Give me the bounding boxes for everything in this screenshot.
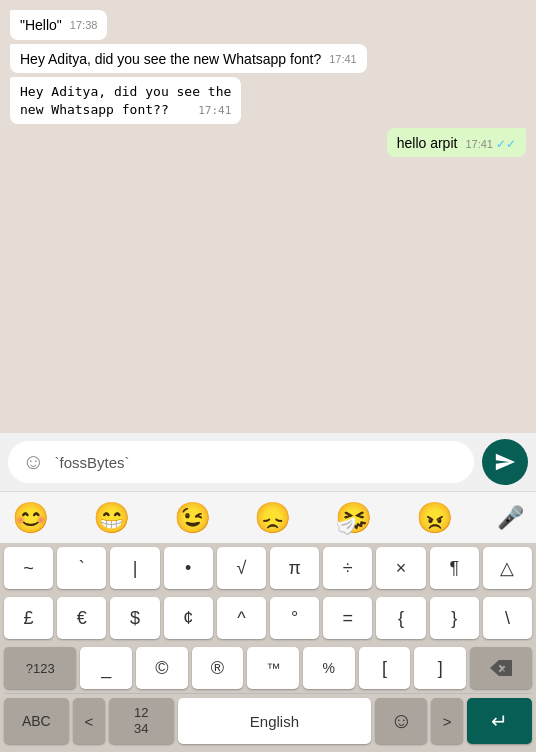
message-3-time: 17:41 (198, 103, 231, 118)
message-4-text: hello arpit (397, 135, 458, 151)
key-bullet[interactable]: • (164, 547, 213, 589)
key-bracket-close[interactable]: ] (414, 647, 466, 689)
emoji-button[interactable]: ☺ (22, 449, 44, 475)
key-row-1: ~ ` | • √ π ÷ × ¶ △ (0, 543, 536, 593)
key-underscore[interactable]: _ (80, 647, 132, 689)
message-4-ticks: ✓✓ (496, 137, 516, 151)
input-text[interactable]: `fossBytes` (54, 454, 460, 471)
message-3: Hey Aditya, did you see thenew Whatsapp … (10, 77, 241, 123)
key-pilcrow[interactable]: ¶ (430, 547, 479, 589)
key-enter[interactable]: ↵ (467, 698, 532, 744)
key-backslash[interactable]: \ (483, 597, 532, 639)
message-2: Hey Aditya, did you see the new Whatsapp… (10, 44, 367, 74)
key-pi[interactable]: π (270, 547, 319, 589)
key-row-3: ?123 _ © ® ™ % [ ] (0, 643, 536, 693)
message-2-text: Hey Aditya, did you see the new Whatsapp… (20, 51, 321, 67)
chat-area: "Hello" 17:38 Hey Aditya, did you see th… (0, 0, 536, 433)
key-greater-than[interactable]: > (431, 698, 463, 744)
key-trademark[interactable]: ™ (247, 647, 299, 689)
message-1-time: 17:38 (70, 18, 98, 33)
key-percent[interactable]: % (303, 647, 355, 689)
key-123[interactable]: ?123 (4, 647, 76, 689)
key-sqrt[interactable]: √ (217, 547, 266, 589)
key-delete[interactable] (470, 647, 532, 689)
send-button[interactable] (482, 439, 528, 485)
key-divide[interactable]: ÷ (323, 547, 372, 589)
emoji-angry[interactable]: 😠 (416, 500, 453, 535)
emoji-grin[interactable]: 😁 (93, 500, 130, 535)
message-4-time: 17:41 ✓✓ (465, 136, 516, 153)
key-delta[interactable]: △ (483, 547, 532, 589)
key-backtick[interactable]: ` (57, 547, 106, 589)
message-2-time: 17:41 (329, 52, 357, 67)
key-brace-close[interactable]: } (430, 597, 479, 639)
key-row-2: £ € $ ¢ ^ ° = { } \ (0, 593, 536, 643)
key-euro[interactable]: € (57, 597, 106, 639)
key-space[interactable]: English (178, 698, 372, 744)
message-1-text: "Hello" (20, 17, 62, 33)
emoji-kiss[interactable]: 🤧 (335, 500, 372, 535)
emoji-row: 😊 😁 😉 😞 🤧 😠 🎤 (0, 491, 536, 543)
mic-button[interactable]: 🎤 (497, 505, 524, 531)
key-dollar[interactable]: $ (110, 597, 159, 639)
key-cent[interactable]: ¢ (164, 597, 213, 639)
enter-icon: ↵ (491, 709, 508, 733)
keyboard: ~ ` | • √ π ÷ × ¶ △ £ € $ ¢ ^ ° = { } \ … (0, 543, 536, 752)
message-4: hello arpit 17:41 ✓✓ (387, 128, 526, 158)
key-equals[interactable]: = (323, 597, 372, 639)
key-registered[interactable]: ® (192, 647, 244, 689)
key-emoji[interactable]: ☺ (375, 698, 427, 744)
key-row-bottom: ABC < 1234 English ☺ > ↵ (0, 694, 536, 752)
key-abc[interactable]: ABC (4, 698, 69, 744)
key-tilde[interactable]: ~ (4, 547, 53, 589)
key-pound[interactable]: £ (4, 597, 53, 639)
key-numbers[interactable]: 1234 (109, 698, 174, 744)
key-bracket-open[interactable]: [ (359, 647, 411, 689)
key-less-than[interactable]: < (73, 698, 105, 744)
numbers-label: 1234 (134, 705, 148, 736)
emoji-smile[interactable]: 😊 (12, 500, 49, 535)
key-degree[interactable]: ° (270, 597, 319, 639)
message-1: "Hello" 17:38 (10, 10, 107, 40)
emoji-sad[interactable]: 😞 (254, 500, 291, 535)
send-icon (494, 451, 516, 473)
key-brace-open[interactable]: { (376, 597, 425, 639)
emoji-wink[interactable]: 😉 (174, 500, 211, 535)
input-row: ☺ `fossBytes` (0, 433, 536, 491)
key-copyright[interactable]: © (136, 647, 188, 689)
backspace-icon (490, 660, 512, 676)
input-box[interactable]: ☺ `fossBytes` (8, 441, 474, 483)
chat-messages: "Hello" 17:38 Hey Aditya, did you see th… (10, 10, 526, 157)
key-caret[interactable]: ^ (217, 597, 266, 639)
key-multiply[interactable]: × (376, 547, 425, 589)
key-pipe[interactable]: | (110, 547, 159, 589)
